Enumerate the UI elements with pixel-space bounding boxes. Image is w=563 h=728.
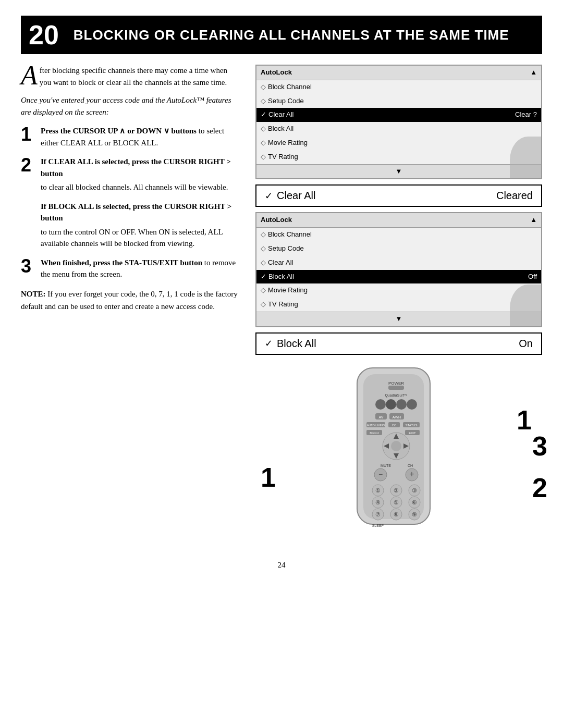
step-block-heading: If BLOCK ALL is selected, press the CURS…: [41, 201, 240, 224]
step-2-text: If CLEAR ALL is selected, press the CURS…: [41, 156, 240, 193]
svg-text:A/VH: A/VH: [393, 415, 401, 419]
step-2-number: 2: [21, 156, 35, 193]
svg-text:①: ①: [375, 487, 381, 493]
svg-text:④: ④: [375, 499, 381, 505]
svg-text:MENU: MENU: [370, 431, 379, 435]
menu1-item-3: ◇Block All: [261, 124, 293, 134]
menu2-row-2: ◇Clear All: [256, 256, 541, 270]
note-text: If you ever forget your code, the 0, 7, …: [21, 290, 238, 311]
svg-text:EXIT: EXIT: [409, 431, 416, 435]
chapter-title: Blocking or Clearing All Channels at the…: [65, 17, 541, 53]
step-3-number: 3: [21, 257, 35, 280]
step-block-number: [21, 201, 35, 250]
menu1-row-2-selected: ✓Clear All Clear ?: [256, 108, 541, 122]
svg-text:⑥: ⑥: [412, 499, 417, 505]
page-number: 24: [0, 561, 563, 580]
note-paragraph: NOTE: If you ever forget your code, the …: [21, 288, 240, 313]
svg-point-6: [386, 399, 396, 410]
svg-text:QuadraSurf™: QuadraSurf™: [385, 393, 407, 398]
svg-point-24: [391, 441, 401, 451]
svg-text:③: ③: [412, 487, 417, 493]
note-label: NOTE:: [21, 290, 46, 298]
intro-text-1: fter blocking specific channels there ma…: [40, 66, 227, 87]
svg-text:CH: CH: [408, 464, 413, 467]
result1-label: Clear All: [277, 190, 492, 202]
chapter-number: 20: [22, 17, 65, 53]
remote-svg: POWER QuadraSurf™ AV A/VH AUTO LIVING C: [326, 363, 472, 550]
page-header: 20 Blocking or Clearing All Channels at …: [21, 16, 542, 54]
remote-container: POWER QuadraSurf™ AV A/VH AUTO LIVING C: [255, 363, 542, 550]
result-banner-2: ✓ Block All On: [255, 332, 542, 355]
step-1-text: Press the CURSOR UP ∧ or DOWN ∨ buttons …: [41, 125, 240, 149]
left-column: A fter blocking specific channels there …: [21, 65, 240, 550]
menu1-title: AutoLock: [261, 67, 292, 78]
callout-1-bottom: 1: [261, 462, 276, 493]
menu1-row-1: ◇Setup Code: [256, 94, 541, 108]
result2-value: On: [519, 338, 533, 350]
menu1-item-2-value: Clear ?: [515, 109, 537, 120]
menu1-row-3: ◇Block All: [256, 122, 541, 136]
step-1-number: 1: [21, 125, 35, 149]
menu1-header: AutoLock ▲: [256, 66, 541, 80]
svg-text:+: +: [409, 470, 414, 478]
svg-point-8: [407, 399, 417, 410]
svg-text:②: ②: [394, 487, 399, 493]
result2-label: Block All: [277, 338, 515, 350]
menu1-item-4: ◇Movie Rating: [261, 138, 308, 149]
step-block-text: If BLOCK ALL is selected, press the CURS…: [41, 201, 240, 250]
svg-text:POWER: POWER: [388, 381, 404, 386]
menu2-item-5: ◇TV Rating: [261, 299, 298, 310]
step-block-all: If BLOCK ALL is selected, press the CURS…: [21, 201, 240, 250]
menu2-row-1: ◇Setup Code: [256, 242, 541, 256]
menu1-item-5: ◇TV Rating: [261, 152, 298, 163]
menu1-footer: ▼: [256, 164, 541, 179]
svg-text:⑤: ⑤: [394, 499, 399, 505]
menu1-item-2: ✓Clear All: [261, 109, 293, 120]
result2-check: ✓: [265, 338, 273, 349]
menu2-header: AutoLock ▲: [256, 213, 541, 228]
drop-cap: A: [21, 65, 38, 87]
menu1-row-5: ◇TV Rating: [256, 150, 541, 164]
menu1-curve-decoration: [510, 137, 542, 179]
result1-check: ✓: [265, 190, 273, 202]
menu2-item-3: ✓Block All: [261, 272, 294, 282]
menu2-item-4: ◇Movie Rating: [261, 285, 308, 296]
svg-point-5: [375, 399, 386, 410]
menu1-up-arrow: ▲: [530, 67, 537, 78]
svg-text:SLEEP: SLEEP: [372, 524, 384, 527]
menu1-item-0: ◇Block Channel: [261, 82, 312, 93]
menu2-row-5: ◇TV Rating: [256, 298, 541, 312]
menu1-row-4: ◇Movie Rating: [256, 136, 541, 150]
step-3: 3 When finished, press the STA-TUS/EXIT …: [21, 257, 240, 280]
svg-text:STATUS: STATUS: [406, 424, 418, 427]
menu2-title: AutoLock: [261, 215, 292, 226]
svg-text:⑦: ⑦: [375, 511, 381, 517]
svg-text:MUTE: MUTE: [381, 464, 391, 467]
menu2-footer: ▼: [256, 312, 541, 326]
menu2-item-1: ◇Setup Code: [261, 243, 304, 254]
menu2-up-arrow: ▲: [530, 215, 537, 226]
callout-3: 3: [532, 430, 547, 462]
intro-paragraph: A fter blocking specific channels there …: [21, 65, 240, 88]
menu2-row-0: ◇Block Channel: [256, 228, 541, 242]
menu1-down-arrow: ▼: [396, 166, 402, 177]
step-2: 2 If CLEAR ALL is selected, press the CU…: [21, 156, 240, 193]
svg-text:⑧: ⑧: [394, 511, 399, 517]
main-content: A fter blocking specific channels there …: [21, 65, 542, 550]
svg-text:AV: AV: [379, 415, 384, 419]
menu1-row-0: ◇Block Channel: [256, 80, 541, 94]
step-1-bold: Press the CURSOR UP ∧ or DOWN ∨ buttons: [41, 127, 197, 135]
right-column: AutoLock ▲ ◇Block Channel ◇Setup Code ✓C…: [255, 65, 542, 550]
menu2-item-3-value: Off: [528, 272, 537, 282]
intro-italic: Once you've entered your access code and…: [21, 94, 240, 118]
svg-text:AUTO LIVING: AUTO LIVING: [367, 424, 385, 427]
callout-2: 2: [532, 472, 547, 503]
menu2-row-4: ◇Movie Rating: [256, 283, 541, 298]
svg-text:CC: CC: [392, 424, 397, 427]
svg-point-7: [396, 399, 407, 410]
svg-text:−: −: [378, 470, 383, 478]
menu2-down-arrow: ▼: [396, 314, 402, 325]
menu2-row-3-selected: ✓Block All Off: [256, 270, 541, 284]
menu2-item-2: ◇Clear All: [261, 257, 293, 268]
callout-1-top: 1: [517, 404, 532, 436]
